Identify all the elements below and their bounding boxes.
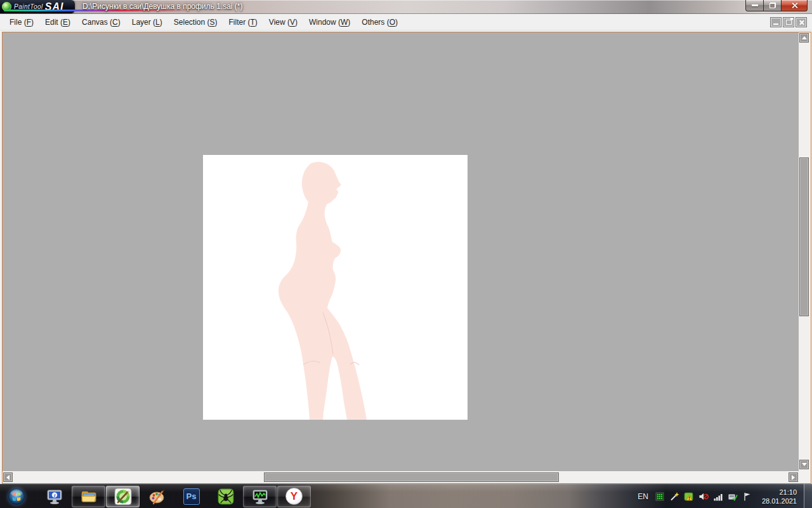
taskbar-explorer-button[interactable] [72,486,105,507]
scroll-right-button[interactable] [789,472,798,482]
start-button[interactable] [4,486,29,507]
clock[interactable]: 21:10 28.01.2021 [762,488,797,505]
document-window-controls [770,17,807,27]
language-indicator[interactable]: EN [638,492,648,501]
tray-icons [655,491,757,502]
menu-file[interactable]: File (F) [4,15,39,29]
menu-selection[interactable]: Selection (S) [168,15,223,29]
menu-window[interactable]: Window (W) [303,15,356,29]
magic-wand-icon[interactable] [669,491,680,502]
minimize-button[interactable] [745,0,764,11]
arrow-right-icon [792,475,795,480]
menu-bar-items: File (F)Edit (E)Canvas (C)Layer (L)Selec… [4,14,403,30]
taskbar-dr-web-button[interactable] [209,486,242,507]
volume-muted-icon[interactable] [698,491,709,502]
clock-date: 28.01.2021 [762,497,797,505]
document-restore-icon [786,20,792,25]
figure-silhouette [278,162,367,420]
taskbar-paint-tool-sai-button[interactable] [106,486,140,507]
window-title: D:\Рисунки в саи\Девушка в профиль 1.sai… [82,0,243,14]
document-close-button[interactable] [796,17,807,27]
window-controls [745,0,808,11]
title-bar: PaintTool SAI D:\Рисунки в саи\Девушка в… [0,0,812,14]
document-close-icon [799,20,804,25]
restore-button[interactable] [764,0,781,11]
action-center-flag-icon[interactable] [742,491,753,502]
restore-icon [769,3,776,8]
menu-bar: File (F)Edit (E)Canvas (C)Layer (L)Selec… [0,14,812,30]
scroll-down-button[interactable] [799,460,809,469]
arrow-left-icon [6,475,10,480]
menu-view[interactable]: View (V) [263,15,303,29]
network-signal-icon[interactable] [713,491,724,502]
scroll-up-button[interactable] [799,33,809,43]
workspace-background[interactable] [3,32,799,471]
vertical-scroll-thumb[interactable] [799,157,809,316]
canvas-viewport [0,30,812,484]
arrow-down-icon [802,463,807,466]
taskbar-resource-monitor-button[interactable] [243,486,277,507]
menu-layer[interactable]: Layer (L) [126,15,168,29]
taskbar-system-info-button[interactable]: i [37,486,71,507]
document-minimize-button[interactable] [770,17,782,27]
show-desktop-button[interactable] [804,484,812,508]
horizontal-scroll-thumb[interactable] [264,472,559,482]
system-tray: EN 21:10 28.01.2021 [638,485,803,507]
keyboard-layout-grid-icon[interactable] [655,491,665,502]
scroll-left-button[interactable] [3,472,13,482]
taskbar-yandex-browser-button[interactable]: Y [277,486,311,507]
taskbar-apps: iPsY [4,485,311,507]
taskbar-photoshop-button[interactable]: Ps [174,486,208,507]
document-minimize-icon [773,23,778,25]
taskbar: iPsY EN 21:10 28.01.2021 [0,484,812,508]
taskbar-paint-button[interactable] [140,486,174,507]
safely-remove-hardware-icon[interactable] [728,491,738,502]
close-icon [791,2,798,9]
document-restore-button[interactable] [783,17,794,27]
desktop: PaintTool SAI D:\Рисунки в саи\Девушка в… [0,0,812,508]
arrow-up-icon [802,36,807,39]
close-button[interactable] [781,0,808,11]
paint-tool-sai-icon [114,488,132,505]
clock-time: 21:10 [762,488,797,497]
menu-filter[interactable]: Filter (T) [223,15,263,29]
dr-web-icon [217,488,235,505]
menu-canvas[interactable]: Canvas (C) [76,15,126,29]
menu-others[interactable]: Others (O) [356,15,403,29]
explorer-icon [80,488,98,505]
paint-icon [148,488,166,505]
horizontal-scrollbar[interactable] [3,472,799,483]
minimize-icon [752,4,758,6]
resource-monitor-icon [251,488,269,505]
photoshop-icon: Ps [183,488,200,505]
menu-edit[interactable]: Edit (E) [39,15,76,29]
vertical-scrollbar[interactable] [799,32,809,471]
yandex-browser-icon: Y [285,488,303,505]
dr-web-warning-icon[interactable] [684,491,695,502]
drawing-canvas[interactable] [203,155,468,420]
system-info-icon: i [46,488,63,505]
figure-sketch [203,155,468,420]
start-icon [8,488,25,505]
